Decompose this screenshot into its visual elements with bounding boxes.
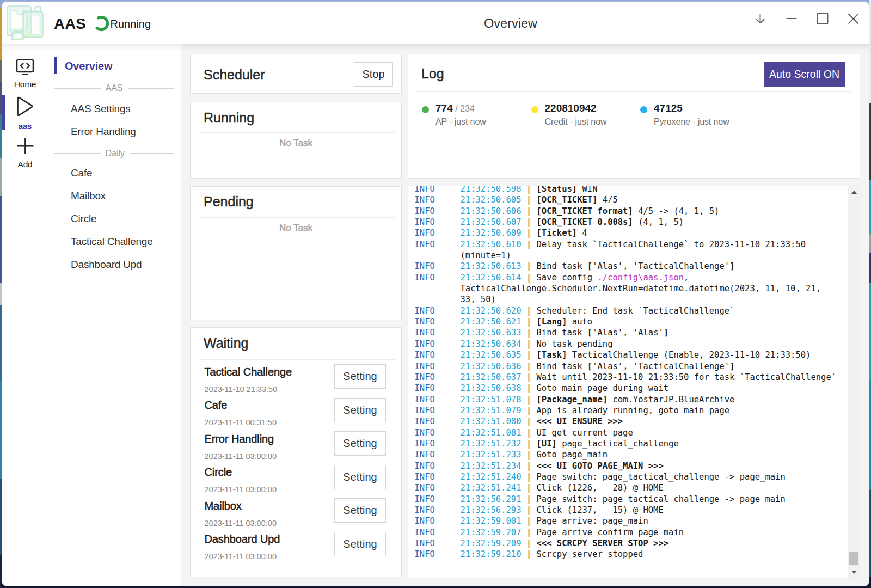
log-line: INFO 21:32:51.241 | Click (1226, 28) @ H… [415,482,838,493]
minimize-icon [786,13,798,24]
log-summary-card: Log Auto Scroll ON 774 / 234 AP - just n… [408,54,860,179]
stat-value-row: 220810942 [545,102,641,114]
page-title: Overview [464,16,557,31]
status-label: Running [111,18,151,30]
play-icon [16,96,34,117]
sidebar-item[interactable]: Tactical Challenge [49,230,182,253]
waiting-task-time: 2023-11-11 03:00:00 [205,519,277,528]
sidebar-overview-label: Overview [65,60,112,72]
rail-aas-label: aas [2,121,48,131]
log-terminal-card: INFO 21:32:50.598 | [Status] WININFO 21:… [408,186,860,578]
sidebar-item-overview[interactable]: Overview [49,56,182,76]
maximize-button[interactable] [807,3,838,34]
running-title: Running [204,110,401,126]
pending-title: Pending [204,194,401,210]
running-spinner-icon [93,14,109,33]
stop-button[interactable]: Stop [354,62,393,87]
waiting-title: Waiting [204,335,401,351]
stat-item: 774 / 234 AP - just now [422,102,531,127]
sidebar-item[interactable]: Circle [49,207,182,230]
log-divider [416,91,851,92]
log-line: INFO 21:32:50.638 | Goto main page durin… [415,383,838,394]
close-button[interactable] [838,3,869,34]
sidebar-group-daily-label: Daily [101,149,130,158]
log-line: INFO 21:32:50.635 | [Task] TacticalChall… [415,350,838,360]
running-empty-text: No Task [191,138,401,149]
sidebar-item[interactable]: Mailbox [49,185,182,207]
nav-rail: Home aas Add [2,44,48,586]
main-content: Scheduler Stop Running No Task Pending N… [181,44,869,586]
log-line: INFO 21:32:50.637 | Wait until 2023-11-1… [415,372,838,383]
log-line: INFO 21:32:59.207 | Page arrive confirm … [415,527,838,538]
task-setting-button[interactable]: Setting [334,532,386,556]
log-line: INFO 21:32:50.633 | Bind task ['Alas', '… [415,327,838,338]
log-line: INFO 21:32:51.078 | [Package_name] com.Y… [415,394,838,405]
log-lines: INFO 21:32:50.598 | [Status] WININFO 21:… [408,186,838,560]
rail-item-add[interactable]: Add [2,138,48,169]
stat-item: 47125 Pyroxene - just now [640,102,750,127]
sidebar-item[interactable]: Dashboard Upd [49,253,182,276]
sidebar-group-aas: AAS [49,82,182,95]
task-setting-button[interactable]: Setting [334,431,386,456]
waiting-task-name: Error Handling [205,433,274,445]
titlebar: AAS Running Overview [2,2,869,44]
pending-card: Pending No Task [190,186,402,320]
log-scrollbar[interactable] [848,186,860,578]
log-line: INFO 21:32:50.609 | [Ticket] 4 [415,228,838,238]
auto-scroll-button[interactable]: Auto Scroll ON [764,62,845,87]
log-line: INFO 21:32:51.240 | Page switch: page_ta… [415,471,838,482]
stat-label: AP - just now [436,117,531,127]
scrollbar-thumb[interactable] [849,552,858,565]
log-line: INFO 21:32:50.605 | [OCR_TICKET] 4/5 [415,194,838,205]
sidebar-item[interactable]: AAS Settings [49,97,182,120]
stat-value: 220810942 [545,102,597,114]
waiting-item: Mailbox 2023-11-11 03:00:00 Setting [205,494,387,528]
scroll-up-button[interactable] [848,187,860,197]
scroll-down-button[interactable] [848,567,860,577]
rail-item-aas[interactable]: aas [2,96,48,131]
close-icon [848,13,859,24]
task-setting-button[interactable]: Setting [334,465,386,489]
log-line: INFO 21:32:50.613 | Bind task ['Alas', '… [415,261,838,272]
download-icon [754,13,766,25]
waiting-item: Cafe 2023-11-11 00:31:50 Setting [205,393,387,427]
rail-add-label: Add [2,160,48,169]
window-controls [745,3,869,34]
scroll-up-icon [851,191,857,194]
download-button[interactable] [745,3,776,34]
log-line: INFO 21:32:56.293 | Click (1237, 15) @ H… [415,505,838,516]
task-setting-button[interactable]: Setting [334,498,386,523]
task-setting-button[interactable]: Setting [334,398,386,422]
running-card: Running No Task [190,102,402,179]
sidebar-item[interactable]: Cafe [49,162,182,185]
task-setting-button[interactable]: Setting [334,364,386,389]
pending-divider [199,217,395,218]
log-line: INFO 21:32:51.233 | Goto page_main [415,449,838,460]
log-line: INFO 21:32:51.080 | <<< UI ENSURE >>> [415,416,838,427]
waiting-task-name: Cafe [205,399,228,412]
log-view[interactable]: INFO 21:32:50.598 | [Status] WININFO 21:… [408,186,848,578]
log-line: INFO 21:32:59.209 | <<< SCRCPY SERVER ST… [415,538,838,549]
scheduler-card: Scheduler Stop [190,54,402,94]
rail-selected-indicator [2,95,5,130]
sidebar-item[interactable]: Error Handling [49,120,182,143]
sidebar-group-aas-items: AAS Settings Error Handling [49,97,182,143]
stat-item: 220810942 Credit - just now [531,102,641,127]
waiting-task-time: 2023-11-11 03:00:00 [205,452,277,461]
log-line: INFO 21:32:51.081 | UI get current page [415,427,838,438]
minimize-button[interactable] [776,3,807,34]
waiting-item: Error Handling 2023-11-11 03:00:00 Setti… [205,427,387,461]
pending-empty-text: No Task [191,223,401,234]
waiting-item: Circle 2023-11-11 03:00:00 Setting [205,460,387,494]
rail-item-home[interactable]: Home [2,59,48,89]
waiting-task-name: Tactical Challenge [205,366,292,378]
stat-dot [531,106,538,113]
stat-label: Credit - just now [545,117,641,127]
sidebar: Overview AAS AAS Settings Error Handling… [49,44,182,586]
log-header: Log Auto Scroll ON [408,54,860,89]
waiting-task-name: Circle [205,466,232,479]
stat-value: 47125 [654,102,683,114]
waiting-item: Dashboard Upd 2023-11-11 03:00:00 Settin… [205,527,387,561]
app-window: AAS Running Overview [2,1,869,586]
app-logo-icon [7,5,44,40]
